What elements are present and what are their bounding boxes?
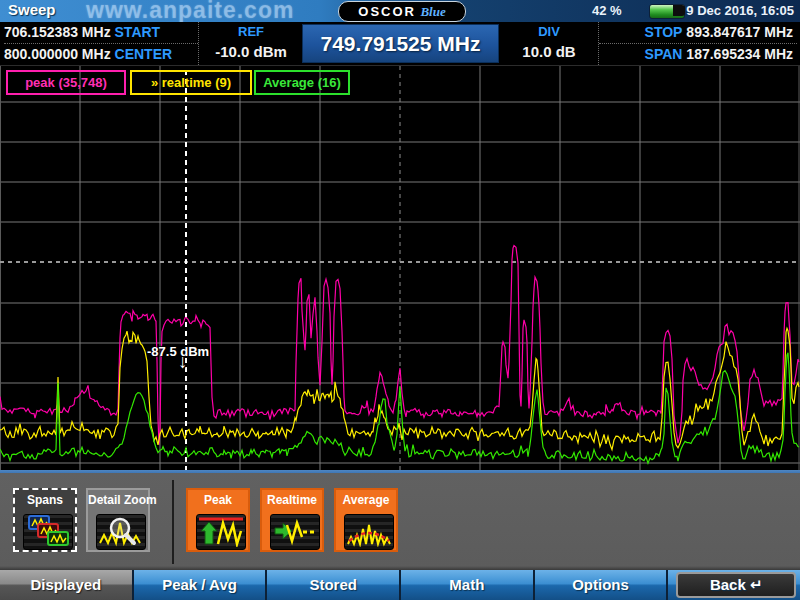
datetime-text: 9 Dec 2016, 16:05 (686, 3, 794, 18)
stop-span-block: STOP 893.847617 MHz SPAN 187.695234 MHz (598, 22, 797, 65)
cursor-frequency-display[interactable]: 749.791525 MHz (302, 24, 499, 63)
stop-row[interactable]: STOP 893.847617 MHz (599, 22, 797, 44)
battery-percent: 42 % (592, 3, 622, 18)
tab-math[interactable]: Math (401, 570, 535, 600)
average-button-label: Average (336, 493, 396, 507)
oscor-blue-logo: OSCOR Blue (338, 1, 466, 22)
panel-divider (172, 480, 174, 564)
stop-label: STOP (645, 24, 683, 40)
ref-label: REF (199, 22, 303, 42)
start-center-block: 706.152383 MHz START 800.000000 MHz CENT… (4, 22, 198, 65)
center-row[interactable]: 800.000000 MHz CENTER (4, 44, 198, 65)
ref-value: -10.0 dBm (199, 42, 303, 62)
span-row[interactable]: SPAN 187.695234 MHz (599, 44, 797, 65)
legend-peak-trace[interactable]: peak (35,748) (6, 70, 126, 95)
battery-icon (649, 4, 685, 19)
peak-button-label: Peak (188, 493, 248, 507)
legend-average-trace[interactable]: Average (16) (254, 70, 350, 95)
detail-zoom-button[interactable]: Detail Zoom (86, 488, 150, 552)
back-button[interactable]: Back ↵ (676, 572, 796, 598)
detail-zoom-button-label: Detail Zoom (88, 493, 148, 507)
peak-trace-button[interactable]: Peak (186, 488, 250, 552)
tab-options[interactable]: Options (535, 570, 669, 600)
spans-icon (23, 514, 73, 550)
div-block[interactable]: DIV 10.0 dB (500, 22, 598, 65)
cursor-arrow-icon: ↓ (178, 351, 188, 373)
watermark-text: www.anpaite.com (86, 0, 294, 24)
span-label: SPAN (645, 46, 683, 62)
realtime-trace-button[interactable]: Realtime (260, 488, 324, 552)
stop-value: 893.847617 MHz (686, 24, 793, 40)
tab-displayed[interactable]: Displayed (0, 570, 134, 600)
logo-oscor-text: OSCOR (358, 4, 416, 19)
start-value: 706.152383 MHz (4, 24, 111, 40)
tab-peak-avg[interactable]: Peak / Avg (134, 570, 268, 600)
peak-icon (196, 514, 246, 550)
div-label: DIV (500, 22, 598, 42)
tab-stored[interactable]: Stored (267, 570, 401, 600)
bottom-button-panel: Spans Detail Zoom (0, 470, 800, 570)
oscor-sweep-screen: Sweep www.anpaite.com OSCOR Blue 42 % 9 … (0, 0, 800, 600)
spectrum-plot[interactable] (0, 66, 800, 470)
center-value: 800.000000 MHz (4, 46, 111, 62)
spans-button-label: Spans (15, 493, 75, 507)
legend-realtime-trace[interactable]: » realtime (9) (130, 70, 252, 95)
frequency-header: 706.152383 MHz START 800.000000 MHz CENT… (0, 22, 800, 66)
start-label: START (115, 24, 161, 40)
realtime-icon (270, 514, 320, 550)
span-value: 187.695234 MHz (686, 46, 793, 62)
average-trace-button[interactable]: Average (334, 488, 398, 552)
start-row[interactable]: 706.152383 MHz START (4, 22, 198, 44)
ref-block[interactable]: REF -10.0 dBm (198, 22, 303, 65)
center-label: CENTER (115, 46, 173, 62)
back-tab-cell: Back ↵ (668, 570, 800, 600)
logo-blue-text: Blue (420, 4, 445, 19)
spans-button[interactable]: Spans (13, 488, 77, 552)
mode-title: Sweep (8, 1, 56, 18)
div-value: 10.0 dB (500, 42, 598, 62)
top-status-bar: Sweep www.anpaite.com OSCOR Blue 42 % 9 … (0, 0, 800, 23)
bottom-tab-bar: Displayed Peak / Avg Stored Math Options… (0, 570, 800, 600)
average-icon (344, 514, 394, 550)
detail-zoom-icon (96, 514, 146, 550)
realtime-button-label: Realtime (262, 493, 322, 507)
